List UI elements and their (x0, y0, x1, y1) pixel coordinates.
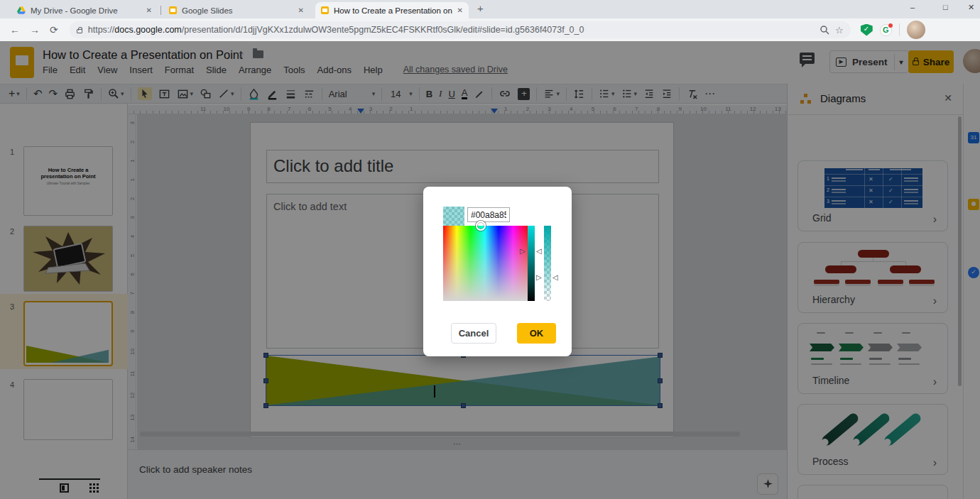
window-close-button[interactable]: ✕ (968, 3, 974, 12)
custom-color-dialog: ▷ ◁ ▷ ◁ Cancel OK (423, 187, 572, 356)
tab-title: How to Create a Presentation on (334, 6, 452, 15)
back-button[interactable]: ← (10, 24, 20, 35)
tab-active-presentation[interactable]: How to Create a Presentation on ✕ (315, 2, 469, 18)
tab-separator (160, 6, 161, 15)
brightness-slider-right-arrow[interactable]: ◁ (536, 248, 542, 255)
screen: My Drive - Google Drive ✕ Google Slides … (0, 0, 980, 499)
address-bar[interactable]: https://docs.google.com/presentation/d/1… (70, 21, 851, 38)
color-preview-swatch (443, 207, 464, 226)
tab-google-slides[interactable]: Google Slides ✕ (163, 2, 310, 18)
tab-title: My Drive - Google Drive (31, 6, 141, 15)
tab-close-icon[interactable]: ✕ (298, 6, 304, 14)
color-preview-tint (443, 207, 464, 226)
slides-favicon (169, 6, 177, 14)
tab-my-drive[interactable]: My Drive - Google Drive ✕ (11, 2, 158, 18)
reload-button[interactable]: ⟳ (50, 24, 58, 35)
divider (899, 23, 900, 36)
brightness-slider-left-arrow[interactable]: ▷ (520, 248, 526, 255)
forward-button[interactable]: → (30, 24, 40, 35)
tab-close-icon[interactable]: ✕ (146, 6, 152, 14)
ok-button[interactable]: OK (517, 323, 556, 344)
opacity-gradient (544, 226, 551, 301)
cancel-button[interactable]: Cancel (451, 323, 496, 344)
url-scheme: https:// (88, 25, 115, 35)
slides-favicon (321, 6, 329, 14)
color-picker-marker[interactable] (476, 221, 486, 231)
color-gradient-field[interactable] (443, 226, 528, 301)
opacity-slider-right-arrow[interactable]: ◁ (552, 274, 558, 281)
url-domain: docs.google.com (114, 25, 182, 35)
https-lock-icon (77, 29, 82, 33)
browser-toolbar: ← → ⟳ https://docs.google.com/presentati… (0, 18, 980, 41)
hex-color-input[interactable] (467, 207, 510, 222)
brightness-slider[interactable] (528, 226, 535, 301)
url-path: /presentation/d/1djjVgKXx1zdulwOW3ente5p… (182, 25, 584, 35)
google-drive-icon (17, 6, 26, 14)
extension-shield-icon[interactable] (861, 24, 873, 36)
tab-close-icon[interactable]: ✕ (457, 6, 463, 14)
window-minimize-button[interactable]: – (910, 3, 915, 11)
browser-profile-avatar[interactable] (907, 21, 925, 39)
bookmark-star-icon[interactable]: ☆ (835, 25, 844, 35)
browser-tab-strip: My Drive - Google Drive ✕ Google Slides … (0, 0, 980, 18)
extension-badge (888, 23, 893, 28)
tab-title: Google Slides (182, 6, 293, 15)
url-text: https://docs.google.com/presentation/d/1… (88, 25, 814, 35)
window-maximize-button[interactable]: □ (943, 3, 948, 11)
zoom-page-icon[interactable] (820, 25, 829, 35)
extension-g-icon[interactable]: G (880, 24, 892, 36)
opacity-slider[interactable] (544, 226, 551, 301)
new-tab-button[interactable]: + (477, 2, 484, 14)
opacity-slider-left-arrow[interactable]: ▷ (536, 274, 542, 281)
